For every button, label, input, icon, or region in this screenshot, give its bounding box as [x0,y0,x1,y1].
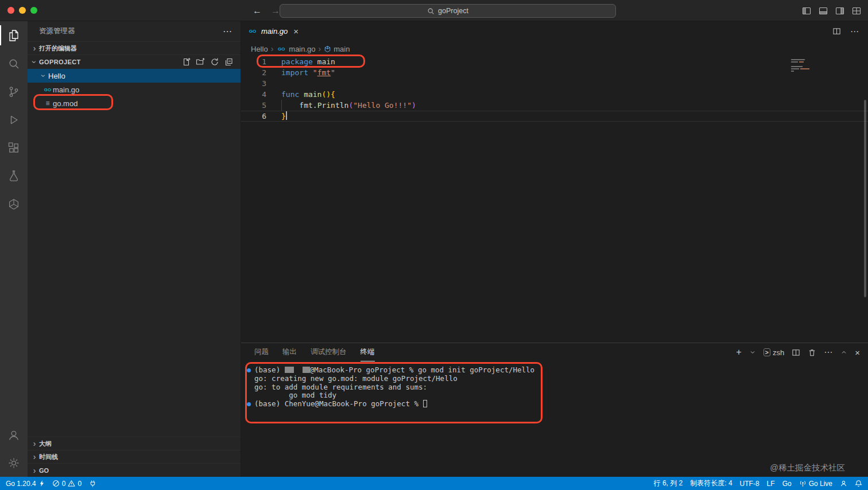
close-panel-icon[interactable]: × [855,348,860,357]
forward-button[interactable]: → [271,6,280,16]
sidebar-more-actions-icon[interactable]: ⋯ [223,26,232,37]
bell-icon[interactable] [855,480,862,487]
extensions-icon[interactable] [0,134,28,162]
cursor-position-item[interactable]: 行 6, 列 2 [654,479,683,488]
terminal[interactable]: (base) @MacBook-Pro goProject % go mod i… [241,361,868,477]
line-number: 6 [241,111,266,122]
terminal-prompt-icon: > [764,348,770,356]
chevron-down-icon: › [39,71,48,80]
openai-extension-icon[interactable] [0,190,28,218]
new-folder-icon[interactable] [196,57,205,67]
accounts-icon[interactable] [0,421,28,449]
editor-more-actions-icon[interactable]: ⋯ [850,26,859,37]
tree-item-hello-folder[interactable]: › Hello [28,69,241,83]
source-control-icon[interactable] [0,77,28,106]
eol-item[interactable]: LF [767,480,775,488]
terminal-shell-item[interactable]: > zsh [764,348,785,357]
code-line[interactable]: 2import "fmt" [241,67,868,78]
run-debug-icon[interactable] [0,106,28,134]
chevron-right-icon: › [30,466,39,475]
chevron-right-icon: › [30,452,39,461]
broadcast-tower-icon [799,480,807,487]
code-editor[interactable]: 1package main2import "fmt"34func main(){… [241,56,868,343]
maximize-panel-icon[interactable] [840,349,847,356]
file-label: main.go [53,85,79,94]
command-center-search[interactable]: goProject [280,4,616,18]
redacted-text [303,367,310,373]
shell-label: zsh [773,348,784,357]
minimize-window-button[interactable] [19,7,26,14]
project-section-header[interactable]: › GOPROJECT [28,55,241,69]
go-file-icon: GO [42,87,53,92]
encoding-item[interactable]: UTF-8 [740,480,760,488]
outline-section[interactable]: › 大纲 [28,437,241,450]
chevron-right-icon: › [318,44,322,53]
terminal-line: go: to add module requirements and sums: [254,383,868,392]
language-mode-item[interactable]: Go [782,480,792,488]
file-label: go.mod [53,99,78,108]
back-button[interactable]: ← [253,6,262,16]
go-file-icon: GO [247,29,258,34]
editor-scrollbar[interactable] [864,100,866,297]
breadcrumb-symbol[interactable]: main [324,45,350,53]
customize-layout-icon[interactable] [852,6,861,15]
split-editor-icon[interactable] [832,27,841,36]
tab-main-go[interactable]: GO main.go × [241,21,305,41]
code-line[interactable]: 4func main(){ [241,89,868,100]
go-section[interactable]: › GO [28,463,241,477]
bottom-panel: 问题 输出 调试控制台 终端 + > zsh ⋯ × (base) @MacBo [241,343,868,477]
new-file-icon[interactable] [181,57,191,67]
minimap[interactable] [791,59,860,73]
breadcrumb-file[interactable]: GO main.go [276,45,315,53]
chevron-down-icon: › [30,57,39,67]
toggle-panel-icon[interactable] [819,6,828,15]
code-line[interactable]: 5 fmt.Println("Hello Go!!!") [241,100,868,111]
explorer-icon[interactable] [0,21,28,49]
activity-bar [0,21,28,477]
tab-debug-console[interactable]: 调试控制台 [311,343,347,361]
split-terminal-icon[interactable] [792,348,800,357]
panel-more-actions-icon[interactable]: ⋯ [824,347,833,357]
refresh-icon[interactable] [210,57,219,67]
project-label: GOPROJECT [39,59,81,65]
new-terminal-icon[interactable]: + [736,347,741,357]
tree-item-go-mod[interactable]: ≡ go.mod [28,96,241,110]
chevron-right-icon: › [270,44,274,53]
code-line[interactable]: 1package main [241,56,868,67]
redacted-text [285,367,294,373]
code-line[interactable]: 6} [241,111,868,122]
text-cursor [286,111,287,120]
warning-icon [68,480,75,487]
feedback-icon[interactable] [840,480,847,487]
settings-gear-icon[interactable] [0,449,28,477]
kill-terminal-icon[interactable] [808,348,816,357]
indent-guide [281,100,282,111]
go-live-item[interactable]: Go Live [799,480,832,488]
problems-item[interactable]: 0 0 [52,480,82,488]
code-line[interactable]: 3 [241,78,868,89]
open-editors-section[interactable]: › 打开的编辑器 [28,41,241,55]
tab-problems[interactable]: 问题 [254,343,269,361]
testing-icon[interactable] [0,162,28,190]
close-window-button[interactable] [7,7,14,14]
folder-label: Hello [48,72,65,80]
tab-terminal[interactable]: 终端 [361,343,375,361]
tab-output[interactable]: 输出 [282,343,297,361]
window-controls [0,7,37,14]
tab-size-item[interactable]: 制表符长度: 4 [690,479,732,488]
line-number: 1 [241,56,266,67]
line-number: 5 [241,100,266,111]
go-version-item[interactable]: Go 1.20.4 [6,480,45,488]
zoom-window-button[interactable] [30,7,37,14]
close-tab-icon[interactable]: × [293,26,299,36]
collapse-folders-icon[interactable] [224,57,234,67]
search-sidebar-icon[interactable] [0,49,28,77]
code-lines: 1package main2import "fmt"34func main(){… [241,56,868,122]
plug-icon[interactable] [89,480,96,487]
terminal-dropdown-icon[interactable] [749,349,756,356]
timeline-section[interactable]: › 时间线 [28,450,241,463]
toggle-sidebar-icon[interactable] [802,6,811,15]
tree-item-main-go[interactable]: GO main.go [28,83,241,96]
toggle-secondary-sidebar-icon[interactable] [835,6,844,15]
breadcrumb-folder[interactable]: Hello [251,45,268,53]
